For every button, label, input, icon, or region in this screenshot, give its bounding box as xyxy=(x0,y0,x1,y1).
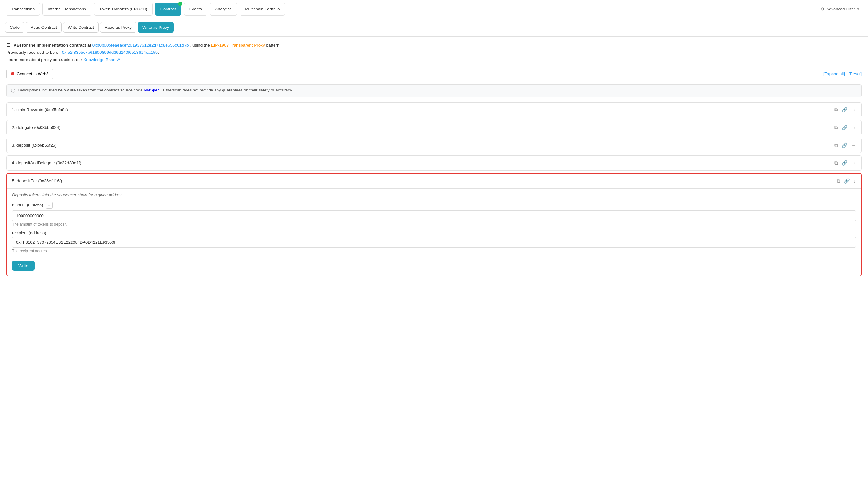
write-button[interactable]: Write xyxy=(12,261,34,271)
link-icon[interactable]: 🔗 xyxy=(842,125,848,130)
tab-analytics[interactable]: Analytics xyxy=(210,3,237,16)
reset-link[interactable]: [Reset] xyxy=(849,71,862,76)
tab-multichain-portfolio[interactable]: Multichain Portfolio xyxy=(240,3,285,16)
expand-reset-controls: [Expand all] [Reset] xyxy=(824,71,862,76)
contract-item-actions-1: ⧉🔗→ xyxy=(834,107,856,113)
eip-link[interactable]: EIP-1967 Transparent Proxy xyxy=(211,43,265,48)
sub-tab-write-as-proxy[interactable]: Write as Proxy xyxy=(138,22,174,33)
contract-item-actions-4: ⧉🔗→ xyxy=(834,160,856,166)
contract-item-title-3: 3. deposit (0xb6b55f25) xyxy=(12,143,57,148)
chevron-down-icon: ▾ xyxy=(857,7,859,11)
link-icon[interactable]: 🔗 xyxy=(842,143,848,148)
link-icon[interactable]: 🔗 xyxy=(842,107,848,113)
param-name-1: recipient (address) xyxy=(12,231,46,235)
previously-text: Previously recorded to be on xyxy=(6,50,61,55)
arrow-right-icon[interactable]: → xyxy=(851,125,856,130)
abi-pattern: pattern. xyxy=(266,43,281,48)
contract-item-title-4: 4. depositAndDelegate (0x32d39d1f) xyxy=(12,160,81,165)
notice-box: ⓘ Descriptions included below are taken … xyxy=(6,84,862,97)
contract-item-title-5: 5. depositFor (0x36efd16f) xyxy=(12,179,62,183)
contract-item-title-1: 1. claimRewards (0xef5cfb8c) xyxy=(12,107,68,112)
main-content: ☰ ABI for the implementation contract at… xyxy=(0,37,868,284)
contract-item-actions-2: ⧉🔗→ xyxy=(834,125,856,130)
param-row-0: amount (uint256)+The amount of tokens to… xyxy=(12,202,856,227)
link-icon[interactable]: 🔗 xyxy=(844,178,850,184)
link-icon[interactable]: 🔗 xyxy=(842,160,848,166)
natspec-link[interactable]: NatSpec xyxy=(144,88,159,92)
stack-icon: ☰ xyxy=(6,43,10,48)
filter-icon: ⚙ xyxy=(821,7,825,11)
function-description: Deposits tokens into the sequencer chain… xyxy=(12,192,856,197)
tab-events[interactable]: Events xyxy=(184,3,207,16)
copy-icon[interactable]: ⧉ xyxy=(834,160,838,166)
advanced-filter-label: Advanced Filter xyxy=(827,7,855,11)
copy-icon[interactable]: ⧉ xyxy=(834,107,838,113)
param-hint-0: The amount of tokens to deposit. xyxy=(12,222,856,227)
contract-item-1: 1. claimRewards (0xef5cfb8c)⧉🔗→ xyxy=(6,102,862,117)
action-bar: Connect to Web3 [Expand all] [Reset] xyxy=(6,67,862,81)
sub-tab-code[interactable]: Code xyxy=(5,22,24,33)
tab-internal-transactions[interactable]: Internal Transactions xyxy=(42,3,92,16)
contract-item-4: 4. depositAndDelegate (0x32d39d1f)⧉🔗→ xyxy=(6,155,862,171)
notice-text: Descriptions included below are taken fr… xyxy=(18,88,293,92)
contract-item-header-2[interactable]: 2. delegate (0x08bbb824)⧉🔗→ xyxy=(7,120,861,135)
contract-item-actions-3: ⧉🔗→ xyxy=(834,143,856,148)
param-row-1: recipient (address)The recipient address xyxy=(12,231,856,253)
expand-all-link[interactable]: [Expand all] xyxy=(824,71,845,76)
param-label-0: amount (uint256)+ xyxy=(12,202,856,209)
contract-item-2: 2. delegate (0x08bbb824)⧉🔗→ xyxy=(6,120,862,135)
contract-item-title-2: 2. delegate (0x08bbb824) xyxy=(12,125,60,130)
external-link-icon: ↗ xyxy=(117,57,120,62)
arrow-right-icon[interactable]: → xyxy=(851,160,856,165)
top-nav: TransactionsInternal TransactionsToken T… xyxy=(0,0,868,18)
contract-item-header-5[interactable]: 5. depositFor (0x36efd16f)⧉🔗↓ xyxy=(7,174,861,188)
contract-item-3: 3. deposit (0xb6b55f25)⧉🔗→ xyxy=(6,138,862,153)
tab-token-transfers[interactable]: Token Transfers (ERC-20) xyxy=(94,3,153,16)
sub-tab-read-contract[interactable]: Read Contract xyxy=(26,22,62,33)
learn-text: Learn more about proxy contracts in our xyxy=(6,57,82,62)
advanced-filter-button[interactable]: ⚙ Advanced Filter ▾ xyxy=(817,4,863,14)
top-tabs-left: TransactionsInternal TransactionsToken T… xyxy=(5,0,285,18)
connect-label: Connect to Web3 xyxy=(17,71,49,76)
sub-tab-write-contract[interactable]: Write Contract xyxy=(63,22,99,33)
knowledge-base-link[interactable]: Knowledge Base ↗ xyxy=(83,57,120,62)
abi-mid-text: , using the xyxy=(190,43,210,48)
expanded-body-5: Deposits tokens into the sequencer chain… xyxy=(7,188,861,276)
sub-nav: CodeRead ContractWrite ContractRead as P… xyxy=(0,18,868,37)
contract-item-header-3[interactable]: 3. deposit (0xb6b55f25)⧉🔗→ xyxy=(7,138,861,153)
contract-item-header-4[interactable]: 4. depositAndDelegate (0x32d39d1f)⧉🔗→ xyxy=(7,156,861,170)
param-name-0: amount (uint256) xyxy=(12,203,43,207)
prev-address-link[interactable]: 0xf52f8305c7b61800899dd36d140f6518614ea1… xyxy=(62,50,158,55)
status-dot-red xyxy=(11,72,14,75)
param-input-0[interactable] xyxy=(12,211,856,221)
impl-address-link[interactable]: 0xb0b005feaeacef201937612e2d7ac8e656c61d… xyxy=(92,43,189,48)
tab-transactions[interactable]: Transactions xyxy=(6,3,40,16)
info-icon: ⓘ xyxy=(11,88,15,94)
arrow-right-icon[interactable]: → xyxy=(851,107,856,112)
contract-items-list: 1. claimRewards (0xef5cfb8c)⧉🔗→2. delega… xyxy=(6,102,862,276)
tab-contract[interactable]: Contract✓ xyxy=(155,3,181,16)
copy-icon[interactable]: ⧉ xyxy=(834,143,838,148)
add-param-button[interactable]: + xyxy=(45,202,53,209)
abi-prefix: ABI for the implementation contract at xyxy=(13,43,91,48)
copy-icon[interactable]: ⧉ xyxy=(834,125,838,130)
param-label-1: recipient (address) xyxy=(12,231,856,235)
param-input-1[interactable] xyxy=(12,237,856,248)
connect-web3-button[interactable]: Connect to Web3 xyxy=(6,69,53,79)
copy-icon[interactable]: ⧉ xyxy=(837,178,840,184)
sub-tab-read-as-proxy[interactable]: Read as Proxy xyxy=(100,22,136,33)
contract-item-header-1[interactable]: 1. claimRewards (0xef5cfb8c)⧉🔗→ xyxy=(7,102,861,117)
arrow-down-icon[interactable]: ↓ xyxy=(854,178,856,184)
arrow-right-icon[interactable]: → xyxy=(851,143,856,148)
check-badge-icon: ✓ xyxy=(178,2,182,6)
contract-item-actions-5: ⧉🔗↓ xyxy=(837,178,856,184)
param-hint-1: The recipient address xyxy=(12,249,856,253)
abi-info: ☰ ABI for the implementation contract at… xyxy=(6,42,862,64)
contract-item-5: 5. depositFor (0x36efd16f)⧉🔗↓Deposits to… xyxy=(6,173,862,276)
